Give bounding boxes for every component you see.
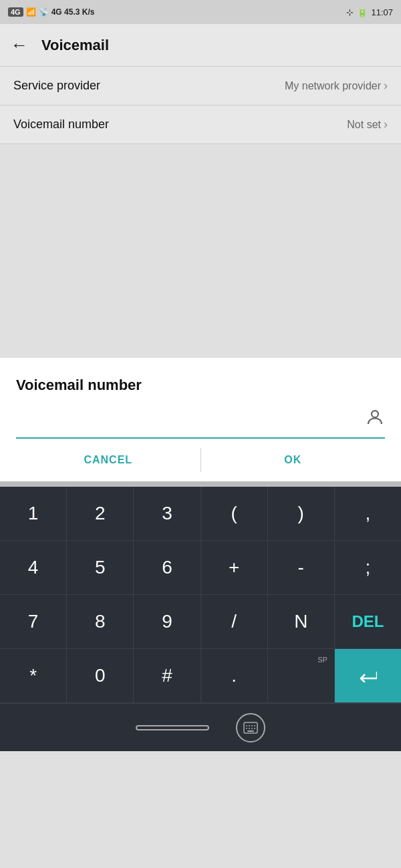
key-hash[interactable]: #: [134, 649, 200, 702]
service-provider-value: My network provider ›: [285, 79, 388, 93]
key-open-paren[interactable]: (: [201, 487, 268, 540]
key-plus[interactable]: +: [201, 541, 268, 594]
input-row: [16, 407, 385, 439]
dialog-actions: CANCEL OK: [16, 439, 385, 481]
time-text: 11:07: [371, 7, 393, 17]
key-5[interactable]: 5: [67, 541, 134, 594]
voicemail-dialog: Voicemail number CANCEL OK: [0, 358, 401, 481]
status-bar: 4G 📶 📡 4G 45.3 K/s ⊹ 🔋 11:07: [0, 0, 401, 24]
ok-button[interactable]: OK: [201, 439, 386, 481]
dialog-title: Voicemail number: [16, 377, 385, 394]
key-0[interactable]: 0: [67, 649, 134, 702]
keyboard-row-1: 1 2 3 ( ) ,: [0, 487, 401, 541]
key-9[interactable]: 9: [134, 595, 200, 648]
key-8[interactable]: 8: [67, 595, 134, 648]
voicemail-number-input[interactable]: [16, 409, 358, 433]
wifi-icon: 📡: [39, 7, 49, 17]
cancel-button[interactable]: CANCEL: [16, 439, 200, 481]
keyboard-row-3: 7 8 9 / N DEL: [0, 595, 401, 649]
key-close-paren[interactable]: ): [268, 487, 335, 540]
key-star[interactable]: *: [0, 649, 67, 702]
key-1[interactable]: 1: [0, 487, 67, 540]
key-comma[interactable]: ,: [335, 487, 401, 540]
status-left: 4G 📶 📡 4G 45.3 K/s: [8, 7, 94, 17]
key-dot[interactable]: .: [201, 649, 268, 702]
nav-bar: [0, 703, 401, 751]
key-semicolon[interactable]: ;: [335, 541, 401, 594]
chevron-right-icon-2: ›: [384, 118, 388, 132]
settings-list: Service provider My network provider › V…: [0, 67, 401, 144]
keyboard-row-2: 4 5 6 + - ;: [0, 541, 401, 595]
keyboard-separator: [0, 481, 401, 487]
battery-icon: 🔋: [357, 7, 368, 17]
key-n[interactable]: N: [268, 595, 335, 648]
app-bar: ← Voicemail: [0, 24, 401, 67]
key-enter[interactable]: [335, 649, 401, 702]
sp-label-text: SP: [317, 656, 327, 664]
key-minus[interactable]: -: [268, 541, 335, 594]
key-sp[interactable]: SP: [268, 649, 335, 702]
voicemail-number-label: Voicemail number: [13, 118, 109, 132]
svg-point-0: [372, 411, 378, 417]
page-title: Voicemail: [41, 37, 109, 54]
key-2[interactable]: 2: [67, 487, 134, 540]
key-3[interactable]: 3: [134, 487, 200, 540]
service-provider-label: Service provider: [13, 79, 100, 93]
carrier-icon: 4G: [8, 7, 23, 17]
status-right: ⊹ 🔋 11:07: [346, 7, 393, 17]
contact-person-icon[interactable]: [365, 407, 385, 432]
key-6[interactable]: 6: [134, 541, 200, 594]
keyboard-row-4: * 0 # . SP: [0, 649, 401, 703]
phone-keyboard: 1 2 3 ( ) , 4 5 6 + - ; 7 8 9 / N DEL * …: [0, 487, 401, 703]
home-pill[interactable]: [136, 725, 209, 730]
service-provider-item[interactable]: Service provider My network provider ›: [0, 67, 401, 105]
voicemail-number-value: Not set ›: [347, 118, 388, 132]
key-7[interactable]: 7: [0, 595, 67, 648]
chevron-right-icon: ›: [384, 79, 388, 93]
key-4[interactable]: 4: [0, 541, 67, 594]
speed-text: 4G 45.3 K/s: [51, 7, 95, 17]
bluetooth-icon: ⊹: [346, 7, 354, 17]
keyboard-icon[interactable]: [236, 713, 265, 742]
background-area: [0, 144, 401, 358]
voicemail-number-item[interactable]: Voicemail number Not set ›: [0, 105, 401, 144]
back-button[interactable]: ←: [11, 35, 28, 55]
signal-icon: 📶: [26, 7, 36, 17]
key-delete[interactable]: DEL: [335, 595, 401, 648]
key-slash[interactable]: /: [201, 595, 268, 648]
